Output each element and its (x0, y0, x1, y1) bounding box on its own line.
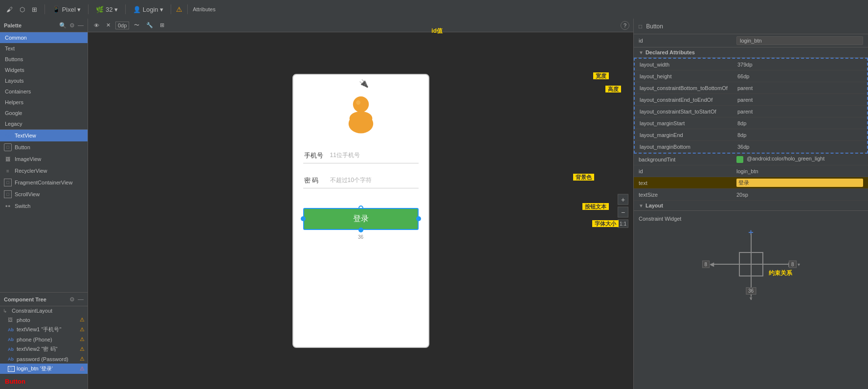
palette-item-switch[interactable]: ●● Switch (0, 200, 88, 212)
attr-row-constraint-bottom[interactable]: layout_constraintBottom_toBottomOf paren… (635, 82, 867, 94)
palette-cat-helpers[interactable]: Helpers (0, 97, 88, 108)
palette-item-recyclerview[interactable]: ≡ RecyclerView (0, 165, 88, 177)
tree-item-textview1[interactable]: Ab textView1 "手机号" ⚠ (0, 324, 88, 335)
blueprint-btn[interactable]: ⬡ (17, 4, 27, 15)
button-icon: □ (4, 143, 12, 151)
margin-btn[interactable]: 0dp (115, 22, 129, 29)
attr-row-id2[interactable]: id login_btn (634, 165, 868, 177)
login-btn[interactable]: 👤 Login ▾ (131, 4, 166, 15)
constraint-bottom-num: 36 ▾ (746, 287, 756, 301)
help-btn[interactable]: ? (621, 21, 629, 30)
palette-cat-containers[interactable]: Containers (0, 86, 88, 97)
button-annotation: Button (0, 374, 88, 389)
attr-header-icon: □ (639, 23, 642, 30)
recyclerview-icon: ≡ (4, 167, 12, 175)
palette-cat-text[interactable]: Text (0, 43, 88, 54)
imageview-icon: 🖼 (4, 155, 12, 163)
phone-frame: 🔌 (292, 74, 429, 348)
attr-row-margin-end[interactable]: layout_marginEnd 8dp (635, 129, 867, 141)
attr-row-bgtint[interactable]: backgroundTint @android:color/holo_green… (634, 154, 868, 165)
tree-item-photo[interactable]: 🖼 photo ⚠ (0, 315, 88, 324)
device-btn[interactable]: 📱 Pixel ▾ (50, 4, 83, 15)
constraint-bottom-dropdown[interactable]: ▾ (750, 296, 752, 301)
constraint-btn[interactable]: 🔧 (144, 21, 155, 29)
attr-value-constraint-start: parent (737, 109, 862, 114)
handle-bottom (358, 228, 363, 232)
tree-item-textview2[interactable]: Ab textView2 "密 码" ⚠ (0, 344, 88, 354)
login-button-design[interactable]: 登录 (303, 208, 419, 230)
zoom-in-btn[interactable]: + (618, 194, 628, 205)
palette-cat-common[interactable]: Common (0, 32, 88, 43)
palette-item-fragmentcontainer[interactable]: □ FragmentContainerView (0, 177, 88, 188)
tree-layout-icon: ↳ (3, 308, 10, 314)
search-icon[interactable]: 🔍 (59, 22, 67, 29)
textview-label: TextView (15, 133, 36, 138)
tree-settings-icon[interactable]: ⚙ (69, 296, 75, 303)
declared-attrs-title: Declared Attributes (645, 49, 695, 55)
tree-item-password[interactable]: Ab password (Password) ⚠ (0, 354, 88, 364)
palette-item-scrollview[interactable]: □ ScrollView (0, 188, 88, 200)
color-swatch (736, 156, 743, 163)
zoom-out-btn[interactable]: − (618, 206, 628, 217)
palette-item-button[interactable]: □ Button (0, 141, 88, 153)
component-tree-title: Component Tree (4, 297, 46, 302)
tree-textview1-label: textView1 "手机号" (17, 326, 61, 333)
constraint-left-dropdown[interactable]: ▾ (711, 262, 713, 267)
minimize-icon[interactable]: — (78, 22, 84, 29)
attr-row-margin-bottom[interactable]: layout_marginBottom 36dp (635, 141, 867, 153)
password-label: 密 码 (304, 176, 326, 185)
layout-expand-icon[interactable]: ▼ (639, 203, 644, 208)
attr-row-constraint-start[interactable]: layout_constraintStart_toStartOf parent (635, 106, 867, 117)
palette-item-textview[interactable]: Ab TextView (0, 130, 88, 141)
magnet-btn[interactable]: ✕ (104, 21, 112, 29)
palette-item-imageview[interactable]: 🖼 ImageView (0, 153, 88, 165)
password-input[interactable]: 密 码 不超过10个字符 (303, 173, 419, 188)
tree-loginbtn-label: login_btn '登录' (17, 365, 53, 372)
tree-item-loginbtn[interactable]: □ login_btn '登录' ⚠ (0, 364, 88, 374)
tree-item-constraintlayout[interactable]: ↳ ConstraintLayout (0, 306, 88, 315)
attr-name-constraint-start: layout_constraintStart_toStartOf (640, 109, 737, 114)
design-canvas: 🔌 (88, 32, 633, 389)
attr-row-text[interactable]: text 登录 (634, 177, 868, 189)
svg-point-3 (356, 100, 360, 105)
align-btn[interactable]: ⊞ (158, 21, 166, 29)
attr-name-layout-height: layout_height (640, 73, 737, 79)
palette-cat-buttons[interactable]: Buttons (0, 54, 88, 65)
attr-row-margin-start[interactable]: layout_marginStart 8dp (635, 117, 867, 129)
attr-header-title: Button (646, 23, 663, 30)
api-btn[interactable]: 🌿 32 ▾ (93, 4, 120, 15)
fragmentcontainer-label: FragmentContainerView (15, 180, 72, 185)
phone-content: 手机号 11位手机号 密 码 不超过10个字符 登录 (293, 75, 428, 347)
palette-cat-legacy[interactable]: Legacy (0, 118, 88, 129)
eye-btn[interactable]: 👁 (92, 22, 101, 29)
design-mode-btn[interactable]: 🖌 (4, 4, 15, 15)
toolbar-sep-3 (125, 4, 126, 14)
attr-row-layout-height[interactable]: layout_height 66dp (635, 70, 867, 82)
palette-cat-layouts[interactable]: Layouts (0, 75, 88, 86)
split-btn[interactable]: ⊞ (29, 4, 40, 15)
login-btn-wrapper: 登录 36 (303, 208, 419, 230)
attr-value-layout-height: 66dp (737, 73, 862, 79)
constraint-right-dropdown[interactable]: ▾ (798, 262, 800, 267)
attr-value-margin-end: 8dp (737, 132, 862, 138)
section-expand-icon[interactable]: ▼ (639, 50, 644, 55)
attr-name-bgtint: backgroundTint (639, 157, 736, 162)
top-toolbar: 🖌 ⬡ ⊞ 📱 Pixel ▾ 🌿 32 ▾ 👤 Login ▾ ⚠ Attri… (0, 0, 868, 19)
palette-cat-google[interactable]: Google (0, 108, 88, 118)
attr-row-layout-width[interactable]: layout_width 379dp (635, 59, 867, 70)
design-area: 👁 ✕ 0dp 〜 🔧 ⊞ ? 🔌 (88, 19, 633, 389)
button-label: Button (15, 144, 30, 150)
palette-cat-widgets[interactable]: Widgets (0, 65, 88, 75)
phone-input[interactable]: 手机号 11位手机号 (303, 148, 419, 163)
attr-row-constraint-end[interactable]: layout_constraintEnd_toEndOf parent (635, 94, 867, 106)
layout-subtitle: Constraint Widget (639, 216, 863, 222)
tree-photo-icon: 🖼 (8, 317, 15, 322)
path-btn[interactable]: 〜 (132, 21, 141, 30)
tree-minimize-icon[interactable]: — (78, 296, 84, 303)
phone-placeholder: 11位手机号 (330, 151, 360, 160)
fragmentcontainer-icon: □ (4, 179, 12, 186)
settings-icon[interactable]: ⚙ (69, 22, 75, 29)
tree-item-phone[interactable]: Ab phone (Phone) ⚠ (0, 335, 88, 344)
toolbar-sep-2 (88, 4, 89, 14)
attr-row-textsize[interactable]: textSize 20sp (634, 189, 868, 201)
